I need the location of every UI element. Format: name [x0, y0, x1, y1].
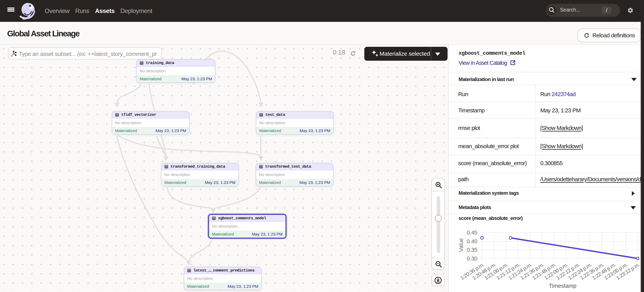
svg-text:0.40: 0.40	[467, 238, 477, 244]
svg-text:0.45: 0.45	[467, 229, 477, 236]
svg-text:0.30: 0.30	[467, 255, 477, 262]
svg-text:Timestamp: Timestamp	[549, 283, 576, 289]
svg-text:0.35: 0.35	[467, 247, 477, 253]
svg-text:Value: Value	[458, 238, 464, 252]
